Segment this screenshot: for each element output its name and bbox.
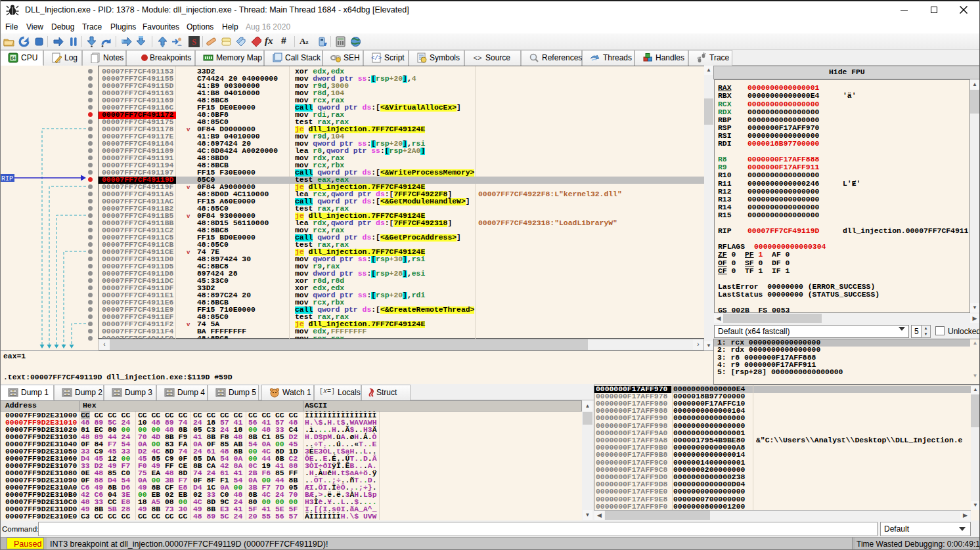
svg-text:</>: </> xyxy=(371,55,382,62)
svg-text:64: 64 xyxy=(11,56,16,60)
svg-text:S: S xyxy=(192,37,196,47)
svg-text:RIP: RIP xyxy=(1,175,13,182)
svg-text:<>: <> xyxy=(473,54,481,62)
